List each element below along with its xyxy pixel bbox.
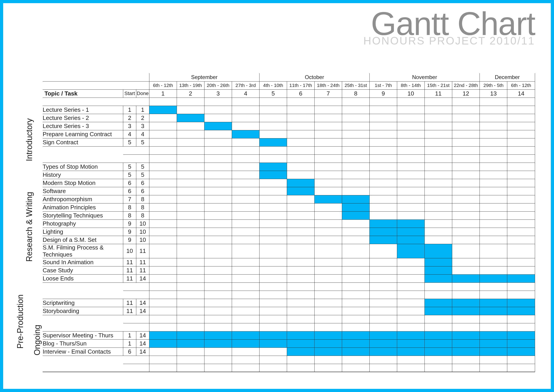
task-row: Supervisor Meeting - Thurs114 xyxy=(43,331,535,339)
week-cell xyxy=(204,211,232,219)
week-cell xyxy=(370,171,397,179)
week-cell xyxy=(177,163,204,171)
week-cell xyxy=(177,258,204,266)
task-start: 10 xyxy=(123,244,136,258)
week-cell xyxy=(314,138,342,146)
task-row: Anthropomorphism78 xyxy=(43,195,535,203)
week-cell xyxy=(424,130,452,138)
header-start: Start xyxy=(123,89,136,98)
week-cell xyxy=(342,266,370,274)
task-name: Modern Stop Motion xyxy=(43,179,123,187)
week-cell xyxy=(424,331,452,339)
week-cell xyxy=(314,219,342,228)
week-cell xyxy=(259,211,287,219)
task-done: 10 xyxy=(136,228,149,236)
task-done: 8 xyxy=(136,203,149,211)
week-cell xyxy=(232,163,259,171)
task-done: 3 xyxy=(136,122,149,130)
task-start: 6 xyxy=(123,179,136,187)
week-cell xyxy=(480,228,507,236)
range-14: 6th - 12th xyxy=(507,81,535,89)
task-done: 2 xyxy=(136,114,149,122)
week-cell xyxy=(149,187,177,195)
week-cell xyxy=(397,258,424,266)
task-row: History55 xyxy=(43,171,535,179)
week-cell xyxy=(259,195,287,203)
week-cell xyxy=(149,307,177,315)
week-cell xyxy=(232,258,259,266)
week-cell xyxy=(480,138,507,146)
task-start: 6 xyxy=(123,187,136,195)
week-cell xyxy=(149,211,177,219)
week-cell xyxy=(314,187,342,195)
task-row: Lighting910 xyxy=(43,228,535,236)
week-cell xyxy=(342,348,370,356)
week-cell xyxy=(507,266,535,274)
week-cell xyxy=(507,299,535,307)
week-cell xyxy=(452,348,479,356)
week-cell xyxy=(204,307,232,315)
weeknum-6: 6 xyxy=(287,89,314,98)
weeknum-4: 4 xyxy=(232,89,259,98)
task-name: Scriptwriting xyxy=(43,299,123,307)
task-name: Anthropomorphism xyxy=(43,195,123,203)
week-cell xyxy=(314,203,342,211)
week-cell xyxy=(507,244,535,258)
week-cell xyxy=(507,236,535,244)
spacer-row xyxy=(43,98,535,106)
week-cell xyxy=(232,244,259,258)
task-start: 3 xyxy=(123,122,136,130)
week-cell xyxy=(232,236,259,244)
week-cell xyxy=(397,228,424,236)
weeknum-8: 8 xyxy=(342,89,370,98)
week-cell xyxy=(507,228,535,236)
week-cell xyxy=(259,244,287,258)
week-cell xyxy=(370,228,397,236)
page-title: Gantt Chart xyxy=(363,10,535,38)
week-cell xyxy=(149,258,177,266)
week-cell xyxy=(149,114,177,122)
task-start: 6 xyxy=(123,348,136,356)
week-cell xyxy=(204,195,232,203)
task-done: 8 xyxy=(136,195,149,203)
week-cell xyxy=(370,195,397,203)
weeknum-2: 2 xyxy=(177,89,204,98)
week-cell xyxy=(287,236,314,244)
range-5: 4th - 10th xyxy=(259,81,287,89)
week-cell xyxy=(452,236,479,244)
week-cell xyxy=(177,299,204,307)
week-cell xyxy=(452,130,479,138)
week-cell xyxy=(204,228,232,236)
week-cell xyxy=(342,138,370,146)
week-cell xyxy=(424,138,452,146)
week-cell xyxy=(452,219,479,228)
end-rule xyxy=(43,372,535,372)
task-done: 4 xyxy=(136,130,149,138)
task-row: Loose Ends1114 xyxy=(43,274,535,282)
week-cell xyxy=(177,171,204,179)
week-cell xyxy=(424,187,452,195)
task-done: 14 xyxy=(136,299,149,307)
task-row: Case Study1111 xyxy=(43,266,535,274)
week-cell xyxy=(149,331,177,339)
month-nov: November xyxy=(370,73,480,81)
week-cell xyxy=(507,195,535,203)
week-cell xyxy=(232,211,259,219)
week-cell xyxy=(452,195,479,203)
task-row: Storytelling Techniques88 xyxy=(43,211,535,219)
task-done: 1 xyxy=(136,106,149,114)
task-start: 9 xyxy=(123,219,136,228)
task-name: Types of Stop Motion xyxy=(43,163,123,171)
week-cell xyxy=(370,179,397,187)
week-cell xyxy=(287,211,314,219)
week-cell xyxy=(259,171,287,179)
week-cell xyxy=(232,228,259,236)
week-cell xyxy=(397,339,424,348)
weeknum-7: 7 xyxy=(314,89,342,98)
week-cell xyxy=(370,122,397,130)
week-cell xyxy=(452,187,479,195)
week-cell xyxy=(424,122,452,130)
week-cell xyxy=(507,130,535,138)
range-11: 15th - 21st xyxy=(424,81,452,89)
week-cell xyxy=(342,244,370,258)
